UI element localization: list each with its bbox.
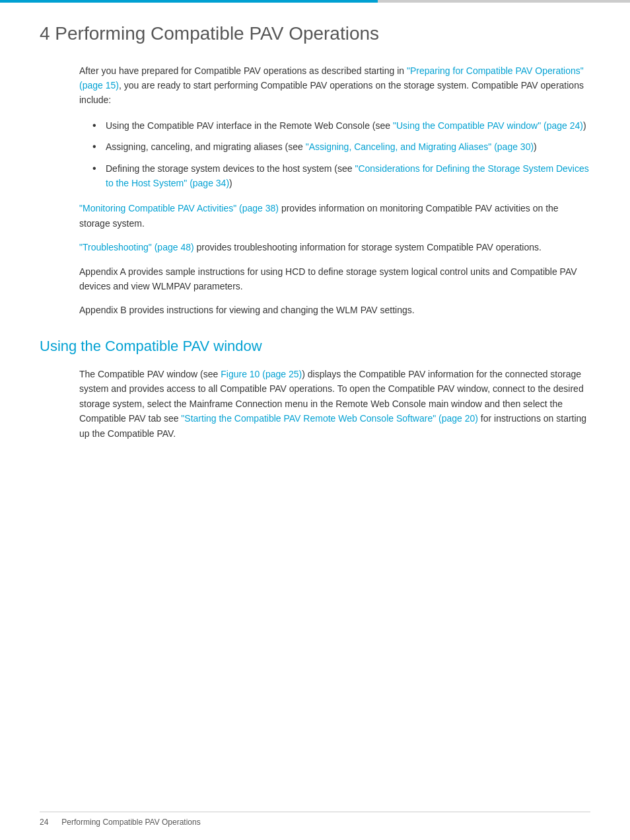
top-border xyxy=(0,0,630,3)
bullet-list: Using the Compatible PAV interface in th… xyxy=(92,118,590,191)
assigning-link[interactable]: "Assigning, Canceling, and Migrating Ali… xyxy=(306,141,534,152)
monitoring-paragraph: "Monitoring Compatible PAV Activities" (… xyxy=(79,201,590,231)
appendix-b-paragraph: Appendix B provides instructions for vie… xyxy=(79,303,590,317)
troubleshooting-link[interactable]: "Troubleshooting" (page 48) xyxy=(79,242,194,252)
bullet-text-after: ) xyxy=(534,141,537,152)
intro-paragraph: After you have prepared for Compatible P… xyxy=(79,63,590,108)
starting-link[interactable]: "Starting the Compatible PAV Remote Web … xyxy=(181,413,478,424)
section2-text-before: The Compatible PAV window (see xyxy=(79,369,221,379)
bullet-text-before: Defining the storage system devices to t… xyxy=(106,163,355,174)
section2-paragraph: The Compatible PAV window (see Figure 10… xyxy=(79,367,590,441)
content-area: 4 Performing Compatible PAV Operations A… xyxy=(0,22,630,490)
monitoring-link[interactable]: "Monitoring Compatible PAV Activities" (… xyxy=(79,203,279,213)
bullet-text-before: Using the Compatible PAV interface in th… xyxy=(106,120,393,131)
list-item: Using the Compatible PAV interface in th… xyxy=(92,118,590,133)
section2-title: Using the Compatible PAV window xyxy=(40,338,590,355)
bullet-text-after: ) xyxy=(229,178,232,188)
footer-label: Performing Compatible PAV Operations xyxy=(61,818,200,827)
bullet-text-before: Assigning, canceling, and migrating alia… xyxy=(106,141,306,152)
list-item: Defining the storage system devices to t… xyxy=(92,161,590,191)
figure10-link[interactable]: Figure 10 (page 25) xyxy=(221,369,302,379)
list-item: Assigning, canceling, and migrating alia… xyxy=(92,139,590,154)
intro-text-before-link: After you have prepared for Compatible P… xyxy=(79,65,407,76)
footer: 24 Performing Compatible PAV Operations xyxy=(40,812,590,827)
page-container: 4 Performing Compatible PAV Operations A… xyxy=(0,0,630,840)
bullet-text-after: ) xyxy=(583,120,586,131)
footer-page-number: 24 xyxy=(40,818,48,827)
appendix-a-paragraph: Appendix A provides sample instructions … xyxy=(79,264,590,294)
intro-text-after-link: , you are ready to start performing Comp… xyxy=(79,80,584,105)
troubleshooting-text-after: provides troubleshooting information for… xyxy=(194,242,542,252)
chapter-title: 4 Performing Compatible PAV Operations xyxy=(40,22,590,45)
troubleshooting-paragraph: "Troubleshooting" (page 48) provides tro… xyxy=(79,240,590,254)
using-compatible-link[interactable]: "Using the Compatible PAV window" (page … xyxy=(393,120,583,131)
